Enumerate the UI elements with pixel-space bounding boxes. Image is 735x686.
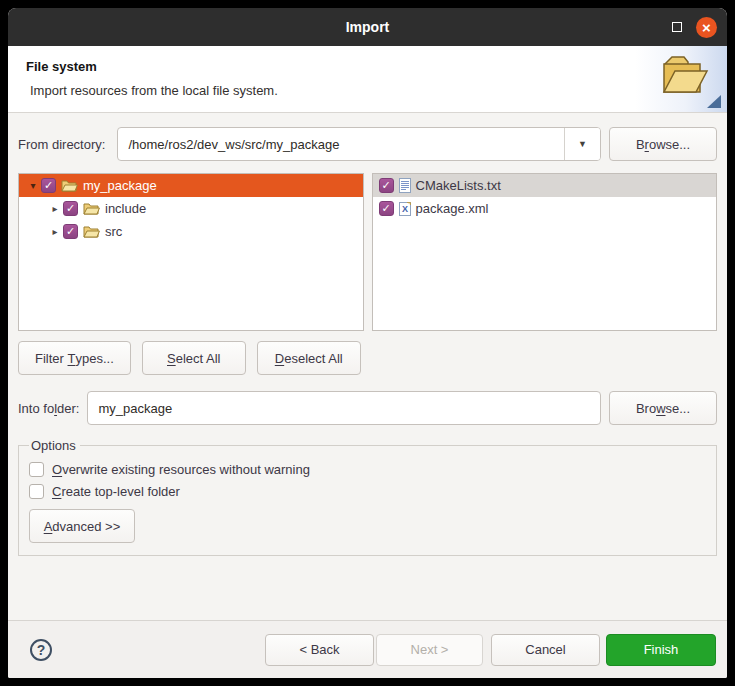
caret-expanded-icon[interactable]: ▾ <box>25 180 41 191</box>
file-item-label: package.xml <box>416 201 489 216</box>
checkbox-unchecked[interactable] <box>29 484 44 499</box>
options-group: Options Overwrite existing resources wit… <box>18 438 717 556</box>
file-item-package-xml[interactable]: ✓ X package.xml <box>373 197 717 220</box>
chevron-down-icon: ▼ <box>578 139 587 149</box>
button-label: elect All <box>176 351 221 366</box>
caret-collapsed-icon[interactable]: ▸ <box>47 226 63 237</box>
selection-panes: ▾ ✓ my_package ▸ ✓ include <box>18 173 717 331</box>
button-label: Filter <box>35 351 68 366</box>
button-label-mnemonic: S <box>167 351 176 366</box>
checkbox-checked[interactable]: ✓ <box>379 201 394 216</box>
into-folder-row: Into folder: Browse... <box>18 391 717 425</box>
next-button[interactable]: Next > <box>376 634 483 666</box>
create-top-level-option-label: Create top-level folder <box>52 484 180 499</box>
button-label-mnemonic: D <box>275 351 284 366</box>
import-folder-icon <box>653 52 713 102</box>
button-label: Bro <box>636 401 656 416</box>
from-directory-input[interactable] <box>118 128 564 160</box>
filter-types-button[interactable]: Filter Types... <box>18 341 131 375</box>
titlebar[interactable]: Import × <box>8 8 727 46</box>
check-icon: ✓ <box>66 226 75 237</box>
page-subtitle: Import resources from the local file sys… <box>30 83 727 98</box>
check-icon: ✓ <box>381 203 390 214</box>
question-mark-icon: ? <box>37 642 46 658</box>
label-text: der: <box>57 401 79 416</box>
tree-item-label: my_package <box>83 178 157 193</box>
help-button[interactable]: ? <box>30 639 52 661</box>
checkbox-checked[interactable]: ✓ <box>63 201 78 216</box>
checkbox-checked[interactable]: ✓ <box>379 178 394 193</box>
checkbox-unchecked[interactable] <box>29 462 44 477</box>
minimize-button[interactable] <box>672 22 682 32</box>
button-label-mnemonic: A <box>44 519 53 534</box>
tree-item-label: src <box>105 224 122 239</box>
check-icon: ✓ <box>66 203 75 214</box>
tree-item-label: include <box>105 201 146 216</box>
button-label-mnemonic: w <box>656 401 665 416</box>
footer-bar: ? < Back Next > Cancel Finish <box>8 620 727 678</box>
tree-item-include[interactable]: ▸ ✓ include <box>19 197 363 220</box>
folder-tree-pane[interactable]: ▾ ✓ my_package ▸ ✓ include <box>18 173 364 331</box>
checkbox-checked[interactable]: ✓ <box>63 224 78 239</box>
finish-button[interactable]: Finish <box>606 634 716 666</box>
import-dialog-window: Import × File system Import resources fr… <box>8 8 727 678</box>
close-icon: × <box>702 20 711 35</box>
banner-arrow-icon <box>707 95 721 108</box>
folder-icon <box>83 225 100 238</box>
close-button[interactable]: × <box>696 17 717 38</box>
from-directory-label: From directory: <box>18 137 105 152</box>
from-directory-combo: ▼ <box>117 127 601 161</box>
button-label: B <box>636 137 645 152</box>
checkbox-checked[interactable]: ✓ <box>41 178 56 193</box>
file-item-cmakelists[interactable]: ✓ CMakeLists.txt <box>373 174 717 197</box>
button-label: eselect All <box>284 351 343 366</box>
combo-dropdown-button[interactable]: ▼ <box>564 128 600 160</box>
button-label: dvanced >> <box>52 519 120 534</box>
button-label: ypes... <box>75 351 113 366</box>
svg-text:X: X <box>401 204 407 214</box>
check-icon: ✓ <box>44 180 53 191</box>
button-label: se... <box>666 401 691 416</box>
deselect-all-button[interactable]: Deselect All <box>257 341 361 375</box>
create-top-level-option-row[interactable]: Create top-level folder <box>29 484 706 499</box>
wizard-banner <box>635 46 727 112</box>
xml-file-icon: X <box>399 201 411 216</box>
cancel-button[interactable]: Cancel <box>491 634 600 666</box>
label-mnemonic: C <box>52 484 61 499</box>
from-directory-row: From directory: ▼ Browse... <box>18 127 717 161</box>
overwrite-option-row[interactable]: Overwrite existing resources without war… <box>29 462 706 477</box>
wizard-header: File system Import resources from the lo… <box>8 46 727 113</box>
browse-destination-button[interactable]: Browse... <box>609 391 717 425</box>
page-title: File system <box>26 59 727 74</box>
window-title: Import <box>8 19 727 35</box>
options-legend: Options <box>29 438 80 453</box>
selection-actions: Filter Types... Select All Deselect All <box>18 341 717 375</box>
check-icon: ✓ <box>381 180 390 191</box>
file-list-pane[interactable]: ✓ CMakeLists.txt ✓ X package.xml <box>372 173 718 331</box>
dialog-body: From directory: ▼ Browse... ▾ ✓ <box>8 113 727 620</box>
label-mnemonic: O <box>52 462 62 477</box>
caret-collapsed-icon[interactable]: ▸ <box>47 203 63 214</box>
tree-item-src[interactable]: ▸ ✓ src <box>19 220 363 243</box>
back-button[interactable]: < Back <box>265 634 374 666</box>
into-folder-input[interactable] <box>87 391 601 425</box>
text-file-icon <box>399 178 411 193</box>
label-text: Into fo <box>18 401 54 416</box>
button-label-mnemonic: T <box>68 351 76 366</box>
into-folder-label: Into folder: <box>18 401 79 416</box>
folder-icon <box>61 179 78 192</box>
label-text: verwrite existing resources without warn… <box>62 462 310 477</box>
select-all-button[interactable]: Select All <box>142 341 246 375</box>
label-text: reate top-level folder <box>61 484 180 499</box>
file-item-label: CMakeLists.txt <box>416 178 501 193</box>
browse-source-button[interactable]: Browse... <box>609 127 717 161</box>
button-label: owse... <box>649 137 690 152</box>
minimize-icon <box>672 22 682 32</box>
overwrite-option-label: Overwrite existing resources without war… <box>52 462 310 477</box>
body-spacer <box>18 556 717 620</box>
advanced-button[interactable]: Advanced >> <box>29 509 135 543</box>
tree-item-my-package[interactable]: ▾ ✓ my_package <box>19 174 363 197</box>
folder-icon <box>83 202 100 215</box>
